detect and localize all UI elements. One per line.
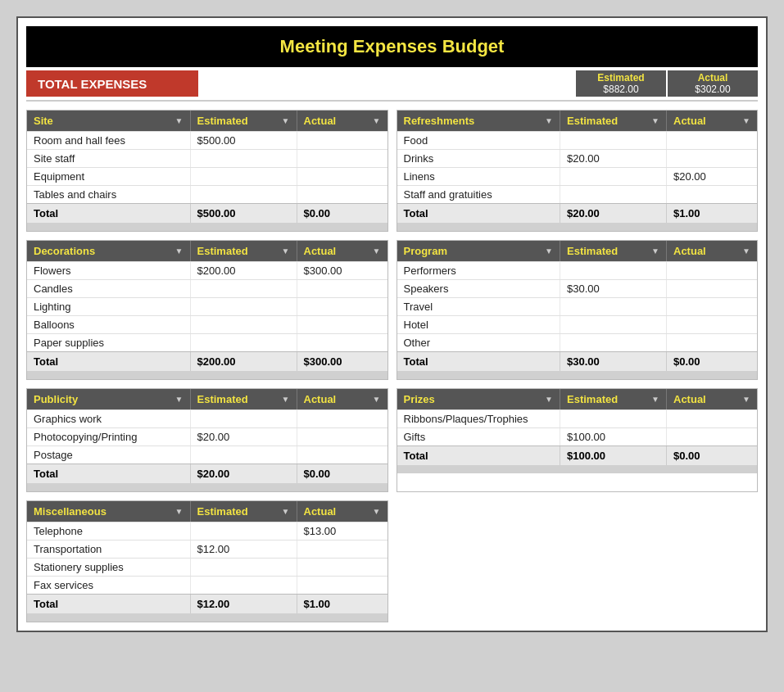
total-blank-decorations	[27, 371, 387, 379]
row-actual-decorations-3	[297, 316, 387, 333]
row-label-miscellaneous-0: Telephone	[27, 522, 191, 540]
data-row-refreshments-1: Drinks $20.00	[397, 149, 758, 167]
section-program: Program ▼ Estimated ▼ Actual ▼ Performer…	[397, 240, 759, 380]
row-estimated-publicity-0	[191, 410, 297, 427]
section-name-refreshments[interactable]: Refreshments ▼	[397, 111, 561, 131]
dropdown-arrow-decorations-est[interactable]: ▼	[282, 246, 290, 256]
section-actual-header-miscellaneous[interactable]: Actual ▼	[297, 501, 387, 522]
row-label-refreshments-1: Drinks	[397, 150, 561, 167]
section-estimated-header-decorations[interactable]: Estimated ▼	[191, 241, 297, 261]
total-estimated-miscellaneous: $12.00	[191, 595, 297, 613]
row-estimated-refreshments-0	[560, 132, 667, 149]
section-header-site: Site ▼ Estimated ▼ Actual ▼	[27, 111, 387, 131]
section-estimated-header-refreshments[interactable]: Estimated ▼	[560, 111, 667, 131]
dropdown-arrow-decorations-act[interactable]: ▼	[373, 246, 381, 256]
row-estimated-program-1: $30.00	[560, 280, 667, 297]
dropdown-arrow-miscellaneous-est[interactable]: ▼	[282, 507, 290, 516]
section-name-site[interactable]: Site ▼	[27, 111, 191, 131]
row-label-decorations-3: Balloons	[27, 316, 191, 333]
row-estimated-miscellaneous-3	[191, 577, 297, 594]
section-actual-header-publicity[interactable]: Actual ▼	[297, 389, 387, 409]
total-estimated-site: $500.00	[191, 204, 297, 223]
row-estimated-program-4	[560, 334, 667, 351]
dropdown-arrow-publicity-est[interactable]: ▼	[282, 395, 290, 404]
row-actual-miscellaneous-1	[297, 540, 387, 558]
row-actual-program-3	[667, 316, 757, 333]
section-name-program[interactable]: Program ▼	[397, 241, 561, 261]
section-actual-header-refreshments[interactable]: Actual ▼	[667, 111, 757, 131]
row-actual-site-3	[297, 186, 387, 203]
data-row-miscellaneous-1: Transportation $12.00	[27, 540, 387, 558]
total-estimated-decorations: $200.00	[191, 352, 297, 371]
section-name-prizes[interactable]: Prizes ▼	[397, 389, 561, 409]
section-estimated-header-miscellaneous[interactable]: Estimated ▼	[191, 501, 297, 522]
dropdown-arrow-program-act[interactable]: ▼	[742, 246, 750, 256]
data-row-site-2: Equipment	[27, 167, 387, 185]
section-header-publicity: Publicity ▼ Estimated ▼ Actual ▼	[27, 389, 387, 409]
data-row-decorations-2: Lighting	[27, 297, 387, 315]
estimated-total-header: Estimated	[597, 72, 644, 84]
row-estimated-refreshments-2	[560, 168, 667, 185]
dropdown-arrow-miscellaneous-name[interactable]: ▼	[175, 507, 184, 516]
section-estimated-header-program[interactable]: Estimated ▼	[560, 241, 667, 261]
section-estimated-header-prizes[interactable]: Estimated ▼	[560, 389, 667, 409]
dropdown-arrow-program-name[interactable]: ▼	[545, 246, 553, 256]
section-miscellaneous: Miscellaneous ▼ Estimated ▼ Actual ▼ Tel…	[26, 500, 388, 622]
section-actual-header-site[interactable]: Actual ▼	[297, 111, 387, 131]
section-actual-header-decorations[interactable]: Actual ▼	[297, 241, 387, 261]
total-row-prizes: Total $100.00 $0.00	[397, 446, 758, 465]
total-row-site: Total $500.00 $0.00	[27, 203, 387, 223]
row-estimated-miscellaneous-1: $12.00	[191, 540, 297, 558]
dropdown-arrow-site-name[interactable]: ▼	[175, 116, 184, 125]
row-actual-miscellaneous-2	[297, 559, 387, 576]
dropdown-arrow-miscellaneous-act[interactable]: ▼	[373, 507, 381, 516]
dropdown-arrow-refreshments-name[interactable]: ▼	[545, 116, 553, 125]
dropdown-arrow-refreshments-est[interactable]: ▼	[651, 116, 659, 125]
row-actual-publicity-2	[297, 446, 387, 464]
total-estimated-program: $30.00	[560, 352, 667, 371]
row-label-publicity-0: Graphics work	[27, 410, 191, 427]
dropdown-arrow-decorations-name[interactable]: ▼	[175, 246, 184, 256]
data-row-decorations-3: Balloons	[27, 315, 387, 333]
total-label-miscellaneous: Total	[27, 595, 191, 613]
total-blank-program	[397, 371, 758, 379]
page-title: Meeting Expenses Budget	[26, 26, 758, 67]
dropdown-arrow-prizes-est[interactable]: ▼	[651, 395, 659, 404]
section-actual-header-program[interactable]: Actual ▼	[667, 241, 757, 261]
data-row-publicity-0: Graphics work	[27, 409, 387, 427]
dropdown-arrow-publicity-act[interactable]: ▼	[373, 395, 381, 404]
dropdown-arrow-publicity-name[interactable]: ▼	[175, 395, 184, 404]
row-label-decorations-2: Lighting	[27, 298, 191, 315]
data-row-site-1: Site staff	[27, 149, 387, 167]
total-actual-refreshments: $1.00	[667, 204, 757, 223]
data-row-program-0: Performers	[397, 261, 758, 279]
row-label-program-2: Travel	[397, 298, 561, 315]
budget-container: Meeting Expenses Budget TOTAL EXPENSES E…	[16, 16, 768, 632]
total-row-decorations: Total $200.00 $300.00	[27, 351, 387, 371]
section-estimated-header-site[interactable]: Estimated ▼	[191, 111, 297, 131]
section-actual-header-prizes[interactable]: Actual ▼	[667, 389, 757, 409]
dropdown-arrow-prizes-name[interactable]: ▼	[545, 395, 553, 404]
total-label-publicity: Total	[27, 464, 191, 483]
dropdown-arrow-refreshments-act[interactable]: ▼	[742, 116, 750, 125]
total-blank-site	[27, 223, 387, 231]
row-estimated-refreshments-3	[560, 186, 667, 203]
section-name-miscellaneous[interactable]: Miscellaneous ▼	[27, 501, 191, 522]
row-estimated-decorations-3	[191, 316, 297, 333]
section-name-decorations[interactable]: Decorations ▼	[27, 241, 191, 261]
section-name-publicity[interactable]: Publicity ▼	[27, 389, 191, 409]
dropdown-arrow-prizes-act[interactable]: ▼	[742, 395, 750, 404]
data-row-prizes-1: Gifts $100.00	[397, 427, 758, 446]
row-estimated-miscellaneous-0	[191, 522, 297, 540]
actual-total-header: Actual	[698, 72, 728, 84]
section-estimated-header-publicity[interactable]: Estimated ▼	[191, 389, 297, 409]
total-row-program: Total $30.00 $0.00	[397, 351, 758, 371]
row-actual-site-2	[297, 168, 387, 185]
row-estimated-decorations-2	[191, 298, 297, 315]
section-publicity: Publicity ▼ Estimated ▼ Actual ▼ Graphic…	[26, 388, 388, 492]
total-estimated-publicity: $20.00	[191, 464, 297, 483]
dropdown-arrow-site-est[interactable]: ▼	[282, 116, 290, 125]
dropdown-arrow-site-act[interactable]: ▼	[373, 116, 381, 125]
dropdown-arrow-program-est[interactable]: ▼	[651, 246, 659, 256]
total-estimated-prizes: $100.00	[560, 446, 667, 465]
